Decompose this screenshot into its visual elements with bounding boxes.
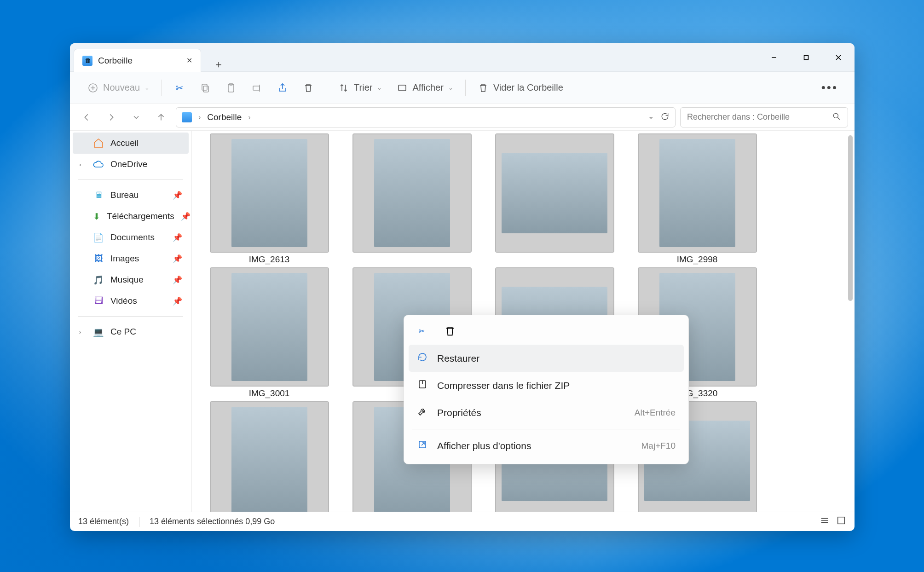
toolbar-separator [326,80,326,96]
search-icon[interactable] [832,112,841,123]
sidebar-item-label: Musique [110,275,144,285]
thumbnails-view-icon[interactable] [836,515,846,528]
sidebar-item-pictures[interactable]: 🖼 Images 📌 [73,248,189,269]
status-bar: 13 élément(s) 13 éléments sélectionnés 0… [70,512,855,531]
document-icon: 📄 [93,232,104,243]
scissors-icon[interactable]: ✂ [415,324,428,337]
sidebar-item-label: Bureau [110,190,139,200]
shortcut-label: Maj+F10 [641,441,676,451]
pin-icon[interactable]: 📌 [173,191,182,200]
view-icon [397,82,408,93]
close-button[interactable] [822,43,855,71]
sort-button[interactable]: Trier ⌄ [331,79,389,97]
sidebar-item-label: Documents [110,232,155,243]
tabs-strip: 🗑 Corbeille ✕ ＋ [70,43,758,71]
file-item[interactable]: IMG_3001 [200,268,338,399]
chevron-down-icon[interactable]: ⌄ [648,112,654,123]
context-menu-label: Restaurer [437,353,479,364]
up-button[interactable] [151,107,171,127]
svg-rect-19 [838,517,845,524]
new-label: Nouveau [103,82,140,93]
chevron-down-icon: ⌄ [377,84,382,91]
sidebar-item-this-pc[interactable]: › 💻 Ce PC [73,321,189,342]
cut-button[interactable]: ✂ [167,79,192,97]
file-item[interactable]: IMG_2613 [200,134,338,265]
pin-icon[interactable]: 📌 [181,212,191,221]
file-item[interactable] [485,134,624,265]
pin-icon[interactable]: 📌 [173,233,182,243]
navigation-pane: Accueil › OneDrive 🖥 Bureau 📌 ⬇ Téléchar… [70,131,192,512]
zip-icon [417,379,428,392]
sidebar-item-desktop[interactable]: 🖥 Bureau 📌 [73,185,189,206]
file-name: IMG_2613 [249,254,290,265]
file-item[interactable]: IMG_2998 [628,134,766,265]
sidebar-item-home[interactable]: Accueil [73,133,189,154]
back-button[interactable] [76,107,97,127]
details-view-icon[interactable] [820,515,830,528]
sidebar-item-label: Accueil [110,138,139,148]
sidebar-separator [78,179,183,180]
share-button[interactable] [270,79,295,97]
more-button[interactable]: ••• [815,77,844,98]
image-icon: 🖼 [93,253,104,264]
paste-button[interactable] [218,79,244,97]
file-name: IMG_2998 [677,254,718,265]
pin-icon[interactable]: 📌 [173,296,182,306]
rename-button[interactable] [244,79,270,97]
view-button[interactable]: Afficher ⌄ [389,79,460,97]
tab-close-button[interactable]: ✕ [186,56,192,65]
minimize-button[interactable] [758,43,790,71]
chevron-right-icon: › [79,329,81,335]
sidebar-item-downloads[interactable]: ⬇ Téléchargements 📌 [73,206,189,227]
sidebar-item-label: Images [110,254,139,264]
new-button[interactable]: Nouveau ⌄ [80,79,157,97]
home-icon [93,138,104,149]
sidebar-item-videos[interactable]: 🎞 Vidéos 📌 [73,290,189,312]
sidebar-item-onedrive[interactable]: › OneDrive [73,154,189,175]
context-menu: ✂ Restaurer Compresser dans le fichier Z… [404,315,689,464]
toolbar: Nouveau ⌄ ✂ Trier ⌄ Afficher ⌄ Vider la … [70,72,855,104]
context-menu-compress[interactable]: Compresser dans le fichier ZIP [409,372,684,399]
trash-icon[interactable] [444,324,456,337]
sidebar-separator [78,316,183,317]
new-tab-button[interactable]: ＋ [209,58,228,71]
delete-button[interactable] [295,79,321,97]
file-item[interactable] [343,134,481,265]
status-selection: 13 éléments sélectionnés 0,99 Go [150,517,275,526]
sidebar-item-label: Ce PC [110,327,136,337]
pin-icon[interactable]: 📌 [173,254,182,264]
context-menu-properties[interactable]: Propriétés Alt+Entrée [409,399,684,426]
context-menu-label: Compresser dans le fichier ZIP [437,380,570,391]
shortcut-label: Alt+Entrée [635,408,676,418]
cloud-icon [93,159,104,170]
context-menu-label: Propriétés [437,407,481,418]
context-menu-restore[interactable]: Restaurer [409,345,684,372]
recycle-bin-icon [182,112,192,122]
scrollbar[interactable] [848,135,853,301]
undo-icon [417,352,428,365]
svg-line-15 [838,117,840,119]
file-item[interactable] [200,402,338,512]
empty-recycle-bin-button[interactable]: Vider la Corbeille [470,79,571,97]
search-box[interactable] [680,107,848,127]
context-menu-toolbar: ✂ [409,320,684,345]
sidebar-item-music[interactable]: 🎵 Musique 📌 [73,269,189,290]
svg-rect-8 [202,84,207,90]
breadcrumb-location[interactable]: Corbeille [207,112,242,122]
sidebar-item-documents[interactable]: 📄 Documents 📌 [73,227,189,248]
video-icon: 🎞 [93,295,104,306]
sidebar-item-label: Téléchargements [107,211,174,221]
forward-button[interactable] [101,107,121,127]
address-bar[interactable]: › Corbeille › ⌄ [176,107,676,127]
copy-button[interactable] [192,79,218,97]
pin-icon[interactable]: 📌 [173,275,182,285]
search-input[interactable] [687,112,832,122]
context-menu-separator [412,429,680,429]
tab-recycle-bin[interactable]: 🗑 Corbeille ✕ [74,49,201,72]
context-menu-more-options[interactable]: Afficher plus d'options Maj+F10 [409,432,684,459]
sort-icon [338,82,349,93]
refresh-icon[interactable] [660,112,670,123]
recent-button[interactable] [126,107,146,127]
maximize-button[interactable] [790,43,822,71]
music-icon: 🎵 [93,274,104,285]
